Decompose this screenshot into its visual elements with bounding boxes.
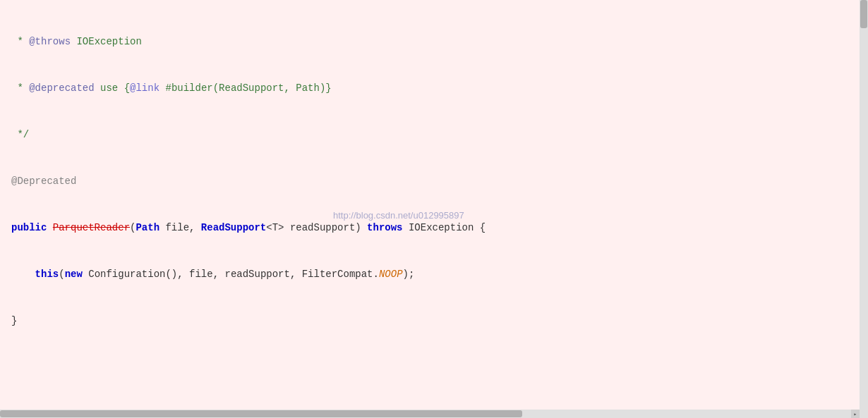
vertical-scrollbar[interactable] xyxy=(860,0,868,410)
horizontal-scrollbar[interactable] xyxy=(0,410,868,418)
code-section-gap1 xyxy=(0,362,868,410)
code-container: * @throws IOException * @deprecated use … xyxy=(0,0,868,418)
code-line: public ParquetReader(Path file, ReadSupp… xyxy=(11,220,868,235)
code-line: @Deprecated xyxy=(11,173,868,189)
code-line: this(new Configuration(), file, readSupp… xyxy=(11,266,868,282)
code-section-1: * @throws IOException * @deprecated use … xyxy=(0,0,868,362)
code-line xyxy=(11,396,868,410)
horizontal-scrollbar-thumb[interactable] xyxy=(0,410,522,417)
vertical-scrollbar-thumb[interactable] xyxy=(860,0,867,28)
code-line: */ xyxy=(11,127,868,142)
code-line: * @deprecated use {@link #builder(ReadSu… xyxy=(11,80,868,96)
code-line: * @throws IOException xyxy=(11,34,868,49)
code-line: } xyxy=(11,313,868,328)
scrollbar-corner: ▸ xyxy=(851,410,860,418)
code-body: * @throws IOException * @deprecated use … xyxy=(0,0,868,410)
